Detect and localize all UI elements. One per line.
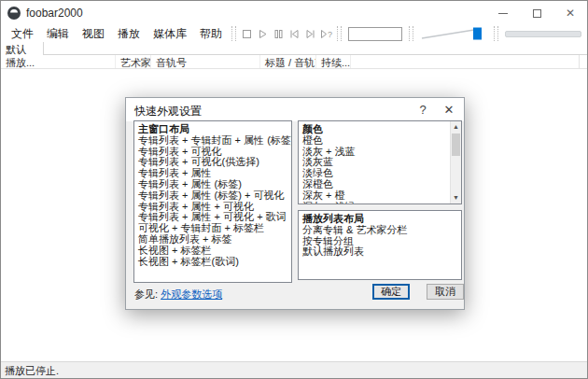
next-button[interactable]: [302, 26, 318, 41]
close-icon: ✕: [444, 103, 455, 117]
stop-button[interactable]: [239, 26, 255, 41]
see-also-label: 参见:: [134, 288, 158, 300]
play-icon: [257, 28, 269, 40]
menubar: 文件编辑视图播放媒体库帮助: [1, 25, 229, 42]
menu-item[interactable]: 文件: [5, 24, 40, 44]
playlist-layout-items: 分离专辑 & 艺术家分栏按专辑分组默认播放列表: [302, 225, 461, 258]
menu-item[interactable]: 媒体库: [147, 24, 193, 44]
next-icon: [304, 28, 316, 40]
pause-icon: [273, 28, 285, 40]
playlist-layout-item[interactable]: 分离专辑 & 艺术家分栏: [302, 225, 461, 236]
color-list-item[interactable]: 深橙色: [302, 179, 449, 190]
colors-listbox[interactable]: 颜色 橙色淡灰 + 浅蓝淡灰蓝淡绿色深橙色深灰 + 橙深灰 + 浅绿 ▲ ▼: [298, 120, 462, 204]
scrollbar-thumb[interactable]: [452, 133, 460, 156]
playlist-layout-item[interactable]: 默认播放列表: [302, 246, 461, 258]
dialog-title: 快速外观设置: [134, 104, 202, 119]
see-also-row: 参见: 外观参数选项: [134, 288, 222, 302]
titlebar: foobar2000 ✕: [1, 1, 587, 25]
color-list-item[interactable]: 橙色: [302, 135, 449, 147]
random-icon: ?: [319, 28, 333, 40]
column-header[interactable]: 播放...: [1, 55, 116, 68]
cancel-button[interactable]: 取消: [427, 284, 464, 300]
column-header[interactable]: 持续...: [316, 55, 351, 68]
layout-list-item[interactable]: 专辑列表 + 属性 (标签): [138, 179, 291, 190]
playlist-column-headers: 播放...艺术家/专辑音轨号标题 / 音轨艺术家持续...: [1, 55, 587, 69]
main-layout-items: 专辑列表 + 专辑封面 + 属性 (标签) + 可视化 + 歌词专辑列表 + 可…: [138, 135, 291, 268]
scroll-down-icon[interactable]: ▼: [451, 192, 461, 204]
help-icon: ?: [419, 103, 426, 117]
close-button[interactable]: ✕: [553, 1, 587, 25]
layout-list-item[interactable]: 长视图 + 标签栏(歌词): [138, 257, 291, 268]
layout-list-item[interactable]: 长视图 + 标签栏: [138, 246, 291, 257]
stop-icon: [241, 28, 253, 40]
svg-text:?: ?: [328, 30, 332, 39]
toolbar-separator: [494, 26, 498, 41]
column-header[interactable]: 音轨号: [151, 55, 260, 68]
dialog-close-button[interactable]: ✕: [436, 98, 462, 121]
layout-list-item[interactable]: 专辑列表 + 属性 (标签) + 可视化: [138, 190, 291, 202]
foobar2000-app-icon: [7, 7, 21, 20]
playback-order-box[interactable]: [348, 27, 402, 41]
color-list-item[interactable]: 深灰 + 浅绿: [302, 202, 449, 204]
dialog-help-button[interactable]: ?: [410, 98, 436, 121]
seekbar[interactable]: [505, 31, 581, 37]
appearance-preferences-link[interactable]: 外观参数选项: [161, 288, 222, 300]
previous-icon: [288, 28, 301, 40]
main-window: foobar2000 ✕ 文件编辑视图播放媒体库帮助 ?: [0, 0, 588, 379]
menu-item[interactable]: 编辑: [40, 24, 76, 44]
maximize-button[interactable]: [520, 1, 553, 25]
minimize-button[interactable]: [486, 1, 520, 25]
menu-item[interactable]: 播放: [111, 24, 147, 44]
dialog-titlebar: 快速外观设置 ? ✕: [126, 98, 464, 121]
color-list-item[interactable]: 深灰 + 橙: [302, 190, 449, 202]
statusbar: 播放已停止.: [1, 361, 587, 378]
list-header-colors: 颜色: [302, 124, 449, 135]
toolbar-separator: [409, 26, 413, 41]
color-items: 橙色淡灰 + 浅蓝淡灰蓝淡绿色深橙色深灰 + 橙深灰 + 浅绿: [302, 135, 449, 204]
menu-item[interactable]: 帮助: [193, 24, 229, 44]
column-header[interactable]: 标题 / 音轨艺术家: [260, 55, 316, 68]
menu-item[interactable]: 视图: [76, 24, 111, 44]
close-icon: ✕: [566, 7, 575, 20]
volume-slider[interactable]: [420, 26, 487, 41]
window-title: foobar2000: [26, 7, 83, 20]
colors-scrollbar[interactable]: ▲ ▼: [450, 121, 461, 204]
toolbar: 文件编辑视图播放媒体库帮助 ?: [1, 25, 587, 42]
previous-button[interactable]: [287, 26, 302, 41]
scroll-up-icon[interactable]: ▲: [451, 121, 461, 133]
playlist-tabs: 默认: [1, 42, 587, 55]
toolbar-separator: [337, 26, 342, 41]
toolbar-separator: [231, 26, 236, 41]
playlist-layout-listbox[interactable]: 播放列表布局 分离专辑 & 艺术家分栏按专辑分组默认播放列表: [298, 210, 462, 280]
status-text: 播放已停止.: [5, 365, 59, 376]
random-button[interactable]: ?: [318, 26, 334, 41]
main-layout-listbox[interactable]: 主窗口布局 专辑列表 + 专辑封面 + 属性 (标签) + 可视化 + 歌词专辑…: [133, 120, 292, 283]
pause-button[interactable]: [271, 26, 287, 41]
tab-default-playlist[interactable]: 默认: [1, 42, 44, 55]
maximize-icon: [533, 9, 541, 18]
column-header[interactable]: 艺术家/专辑: [116, 55, 151, 68]
layout-list-item[interactable]: 专辑列表 + 专辑封面 + 属性 (标签) + 可视化 + 歌词: [138, 135, 291, 147]
play-button[interactable]: [255, 26, 271, 41]
ok-button[interactable]: 确定: [372, 284, 410, 300]
quick-appearance-setup-dialog: 快速外观设置 ? ✕ 主窗口布局 专辑列表 + 专辑封面 + 属性 (标签) +…: [125, 97, 465, 310]
minimize-icon: [498, 13, 508, 14]
layout-list-item[interactable]: 简单播放列表 + 标签: [138, 234, 291, 246]
